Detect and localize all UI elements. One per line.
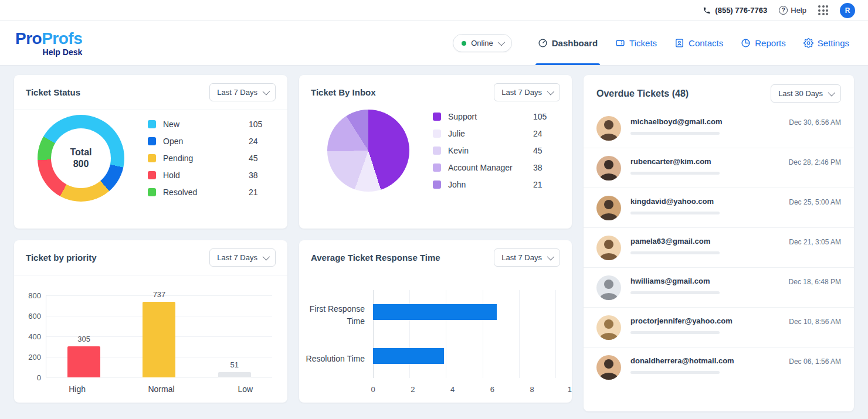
filter-label: Last 7 Days [501, 88, 542, 97]
tab-tickets[interactable]: Tickets [615, 21, 657, 65]
progress-bar [630, 251, 720, 254]
utility-bar: (855) 776-7763 ? Help R [0, 0, 868, 21]
ticket-status-title: Ticket Status [26, 87, 80, 97]
legend-swatch [148, 154, 156, 162]
legend-item: Open24 [148, 137, 271, 146]
avg-response-filter[interactable]: Last 7 Days [494, 248, 560, 267]
priority-bar: 51 [218, 372, 251, 377]
y-tick: 200 [28, 353, 41, 362]
response-bar [373, 348, 444, 364]
overdue-date: Dec 18, 6:48 PM [789, 275, 841, 286]
overdue-filter[interactable]: Last 30 Days [771, 84, 841, 103]
contact-email: michaelboyd@gmail.com [630, 117, 779, 126]
hbar-category-label: Resolution Time [304, 353, 373, 365]
apps-grid-icon[interactable] [818, 5, 828, 15]
tab-reports-label: Reports [755, 38, 786, 48]
progress-bar [630, 132, 720, 135]
ticket-status-filter[interactable]: Last 7 Days [209, 83, 276, 101]
response-x-axis: 0 2 4 6 8 10 [373, 381, 572, 397]
x-category-label: Normal [141, 384, 182, 394]
x-category-label: High [57, 384, 98, 394]
overdue-date: Dec 28, 2:46 PM [789, 156, 841, 166]
contact-email: rubencarter@kim.com [630, 157, 779, 166]
response-hbar-chart: First Response Time Resolution Time [299, 275, 572, 378]
help-link[interactable]: ? Help [779, 6, 806, 15]
dashboard-main: Ticket Status Last 7 Days Total 800 New1… [0, 66, 868, 411]
legend-item: Pending45 [148, 154, 271, 163]
filter-label: Last 7 Days [217, 253, 257, 262]
y-tick: 800 [28, 291, 41, 300]
ticket-inbox-card: Ticket By Inbox Last 7 Days Support105 J… [299, 75, 572, 229]
y-tick: 400 [28, 332, 41, 341]
contact-email: pamela63@gmail.com [630, 237, 779, 246]
progress-bar [630, 212, 720, 214]
overdue-list-item[interactable]: michaelboyd@gmail.com Dec 30, 6:56 AM [584, 108, 854, 148]
legend-swatch [433, 130, 441, 138]
legend-swatch [148, 171, 156, 179]
bar-value-label: 737 [153, 290, 166, 299]
hbar-category-label: First Response Time [304, 303, 373, 327]
status-dropdown[interactable]: Online [453, 34, 512, 52]
tab-reports[interactable]: Reports [741, 21, 786, 65]
overdue-date: Dec 21, 3:05 AM [789, 236, 841, 246]
ticket-priority-card: Ticket by priority Last 7 Days 800 600 4… [14, 240, 287, 403]
tab-contacts-label: Contacts [689, 38, 723, 48]
dashboard-icon [538, 38, 548, 48]
filter-label: Last 7 Days [501, 253, 542, 262]
phone-icon [703, 6, 711, 15]
overdue-list-item[interactable]: proctorjennifer@yahoo.com Dec 10, 8:56 A… [584, 308, 854, 348]
donut-total-value: 800 [73, 158, 89, 170]
legend-item: New105 [148, 120, 271, 129]
donut-total-label: Total [70, 147, 91, 158]
legend-swatch [433, 113, 441, 121]
bar-value-label: 305 [77, 335, 90, 343]
overdue-date: Dec 06, 1:56 AM [789, 355, 841, 366]
tab-contacts[interactable]: Contacts [674, 21, 723, 65]
filter-label: Last 30 Days [778, 89, 823, 98]
overdue-date: Dec 10, 8:56 AM [789, 315, 841, 326]
inbox-pie [327, 110, 409, 192]
contact-avatar [596, 355, 621, 380]
overdue-list-item[interactable]: pamela63@gmail.com Dec 21, 3:05 AM [584, 228, 854, 268]
tab-settings[interactable]: Settings [803, 21, 849, 65]
overdue-list-item[interactable]: hwilliams@gmail.com Dec 18, 6:48 PM [584, 268, 854, 308]
settings-gear-icon [803, 38, 813, 48]
chevron-down-icon [263, 88, 270, 96]
status-label: Online [471, 39, 493, 47]
user-avatar[interactable]: R [840, 3, 855, 18]
avg-response-card: Average Ticket Response Time Last 7 Days… [299, 240, 572, 403]
x-category-label: Low [225, 384, 266, 394]
x-tick: 8 [530, 385, 534, 394]
contact-avatar [596, 275, 621, 300]
contact-email: donaldherrera@hotmail.com [630, 356, 779, 365]
legend-swatch [433, 180, 441, 189]
ticket-status-card: Ticket Status Last 7 Days Total 800 New1… [14, 75, 287, 229]
tab-dashboard[interactable]: Dashboard [538, 21, 598, 65]
contact-avatar [596, 315, 621, 340]
ticket-inbox-filter[interactable]: Last 7 Days [494, 83, 560, 101]
response-bar [373, 304, 497, 320]
ticket-priority-filter[interactable]: Last 7 Days [209, 248, 276, 267]
x-tick: 10 [568, 385, 572, 394]
ticket-priority-title: Ticket by priority [26, 253, 97, 263]
overdue-list-item[interactable]: rubencarter@kim.com Dec 28, 2:46 PM [584, 148, 854, 188]
reports-icon [741, 38, 751, 48]
contact-email: kingdavid@yahoo.com [630, 197, 779, 206]
proprofs-logo[interactable]: ProProfs Help Desk [15, 30, 82, 56]
overdue-list-item[interactable]: kingdavid@yahoo.com Dec 25, 5:00 AM [584, 188, 854, 228]
contact-avatar [596, 116, 621, 141]
y-tick: 600 [28, 312, 41, 321]
ticket-icon [615, 38, 625, 48]
y-tick: 0 [37, 373, 41, 382]
phone-number: (855) 776-7763 [715, 6, 767, 15]
progress-bar [630, 371, 720, 374]
main-nav: Dashboard Tickets Contacts Reports Setti… [538, 21, 849, 65]
filter-label: Last 7 Days [217, 88, 257, 97]
overdue-date: Dec 25, 5:00 AM [789, 196, 841, 206]
overdue-tickets-card: Overdue Tickets (48) Last 30 Days michae… [584, 75, 854, 411]
legend-item: Hold38 [148, 171, 271, 180]
chevron-down-icon [497, 39, 505, 46]
overdue-list-item[interactable]: donaldherrera@hotmail.com Dec 06, 1:56 A… [584, 348, 854, 387]
support-phone: (855) 776-7763 [703, 6, 767, 15]
progress-bar [630, 172, 720, 175]
